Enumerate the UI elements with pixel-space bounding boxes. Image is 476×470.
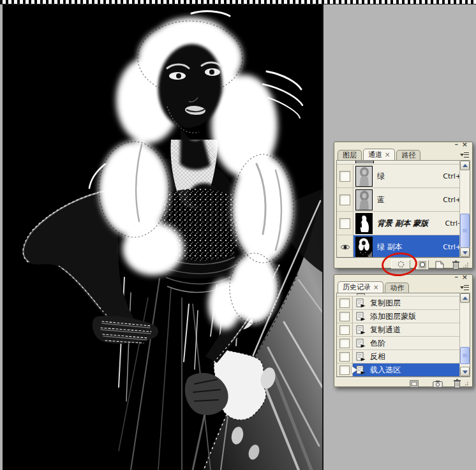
save-selection-as-channel-button[interactable] <box>416 260 429 270</box>
history-state-icon <box>356 352 366 361</box>
channel-name: 绿 <box>377 171 385 182</box>
history-row-current[interactable]: 载入选区 <box>337 364 470 377</box>
history-step-label: 添加图层蒙版 <box>370 311 416 322</box>
channel-row-green[interactable]: 绿 Ctrl+2 <box>337 165 470 188</box>
history-row[interactable]: 反相 <box>337 350 470 364</box>
eye-well[interactable] <box>339 218 350 229</box>
tab-channels[interactable]: 通道 × <box>363 149 395 160</box>
history-titlebar: – × <box>334 275 472 281</box>
history-source-toggle[interactable] <box>337 364 353 376</box>
tab-close-icon[interactable]: × <box>385 151 390 158</box>
trash-icon <box>452 260 460 270</box>
history-source-toggle[interactable] <box>337 350 353 363</box>
close-icon[interactable]: × <box>462 142 468 148</box>
tab-layers[interactable]: 图层 <box>338 150 362 160</box>
channel-thumbnail <box>355 166 373 187</box>
tab-channels-label: 通道 <box>368 150 382 159</box>
delete-state-button[interactable] <box>452 379 462 388</box>
history-panel: – × 历史记录 × 动作 复制图层 <box>334 274 473 387</box>
new-snapshot-button[interactable] <box>432 379 443 388</box>
new-document-from-state-button[interactable] <box>409 379 419 388</box>
new-document-icon <box>410 380 419 388</box>
history-tab-strip: 历史记录 × 动作 <box>334 281 472 293</box>
tab-history-label: 历史记录 <box>343 283 371 292</box>
minimize-icon[interactable]: – <box>455 142 459 148</box>
history-source-toggle[interactable] <box>337 297 353 309</box>
scroll-up-icon[interactable] <box>460 293 470 303</box>
history-step-label: 载入选区 <box>370 365 401 376</box>
channel-row-blue[interactable]: 蓝 Ctrl+3 <box>337 188 470 212</box>
new-channel-button[interactable] <box>435 260 445 269</box>
channel-preview-image <box>0 4 322 470</box>
channel-thumbnail <box>355 213 373 234</box>
eye-well[interactable] <box>339 171 350 182</box>
tab-paths[interactable]: 路径 <box>396 150 420 160</box>
tab-actions[interactable]: 动作 <box>385 283 409 293</box>
eye-icon[interactable] <box>340 244 350 251</box>
channel-thumbnail <box>355 189 373 210</box>
history-step-label: 复制图层 <box>370 298 401 309</box>
close-icon[interactable]: × <box>462 274 468 281</box>
panel-menu-icon[interactable] <box>459 283 470 291</box>
channel-row-green-copy[interactable]: 绿 副本 Ctrl+4 <box>337 235 470 258</box>
channel-name: 绿 副本 <box>377 242 403 253</box>
history-step-label: 色阶 <box>370 338 385 349</box>
tab-paths-label: 路径 <box>401 151 415 160</box>
tab-history[interactable]: 历史记录 × <box>338 281 383 293</box>
history-step-label: 反相 <box>370 351 385 362</box>
channels-button-bar <box>336 258 470 270</box>
scroll-down-icon[interactable] <box>460 247 470 257</box>
visibility-toggle[interactable] <box>337 165 353 187</box>
history-row[interactable]: 复制图层 <box>337 297 470 310</box>
canvas-right-edge <box>322 4 324 470</box>
history-state-icon <box>356 325 366 334</box>
history-row[interactable]: 复制通道 <box>337 323 470 337</box>
dashed-circle-icon <box>398 261 405 268</box>
history-state-icon <box>356 365 366 374</box>
history-state-icon <box>356 312 366 321</box>
tab-close-icon[interactable]: × <box>373 284 378 291</box>
history-row[interactable]: 添加图层蒙版 <box>337 310 470 323</box>
channel-row-bg-copy-mask[interactable]: 背景 副本 蒙版 Ctrl+\ <box>337 212 470 235</box>
channel-name: 背景 副本 蒙版 <box>377 218 428 229</box>
selection-marching-ants-top <box>0 0 476 4</box>
scroll-thumb[interactable] <box>460 214 470 248</box>
resize-grip[interactable] <box>462 381 469 388</box>
history-source-toggle[interactable] <box>337 310 353 323</box>
channel-thumbnail <box>355 237 373 258</box>
tab-layers-label: 图层 <box>343 151 357 160</box>
channels-list: 绿 Ctrl+2 蓝 Ctrl+3 <box>336 160 470 258</box>
channels-titlebar: – × <box>334 142 472 148</box>
history-button-bar <box>336 377 470 389</box>
new-channel-icon <box>435 261 444 269</box>
visibility-toggle[interactable] <box>337 235 353 258</box>
scroll-up-icon[interactable] <box>460 161 470 170</box>
channel-name: 蓝 <box>377 195 385 205</box>
document-canvas[interactable] <box>0 4 322 470</box>
history-source-toggle[interactable] <box>337 337 353 349</box>
panel-menu-icon[interactable] <box>459 151 470 159</box>
resize-grip[interactable] <box>462 261 469 268</box>
scroll-thumb[interactable] <box>460 347 470 364</box>
channels-panel: – × 图层 通道 × 路径 绿 Ctrl+2 <box>334 142 473 268</box>
minimize-icon[interactable]: – <box>455 274 459 281</box>
history-scrollbar[interactable] <box>459 293 470 376</box>
history-state-slider[interactable] <box>352 366 357 374</box>
eye-well[interactable] <box>339 195 350 205</box>
camera-icon <box>433 380 443 388</box>
channels-scrollbar[interactable] <box>459 161 470 257</box>
history-state-icon <box>356 339 366 348</box>
load-channel-as-selection-button[interactable] <box>391 260 410 269</box>
history-row[interactable]: 色阶 <box>337 337 470 350</box>
trash-icon <box>453 379 461 388</box>
visibility-toggle[interactable] <box>337 188 353 211</box>
history-step-label: 复制通道 <box>370 325 401 335</box>
history-state-icon <box>356 298 366 307</box>
delete-channel-button[interactable] <box>451 260 461 270</box>
visibility-toggle[interactable] <box>337 212 353 235</box>
history-source-toggle[interactable] <box>337 323 353 336</box>
scroll-down-icon[interactable] <box>460 367 470 376</box>
tab-actions-label: 动作 <box>390 283 404 293</box>
mask-circle-icon <box>419 261 426 268</box>
history-list: 复制图层 添加图层蒙版 复制通道 <box>336 293 470 377</box>
